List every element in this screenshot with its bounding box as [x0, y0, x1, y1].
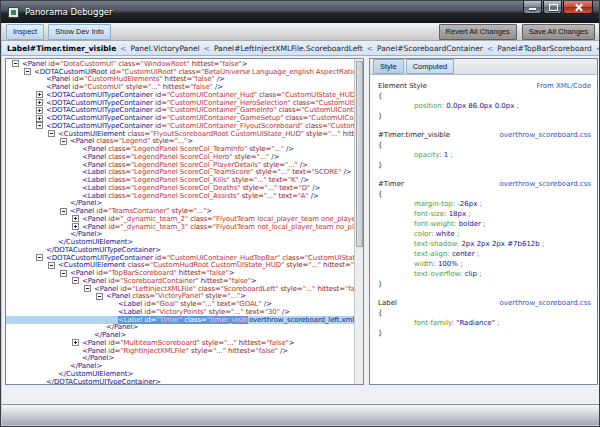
expand-icon[interactable] — [72, 215, 79, 222]
tab-style[interactable]: Style — [373, 59, 404, 74]
breadcrumb-item-4[interactable]: Panel#TopBarScoreboard — [497, 44, 592, 53]
css-property[interactable]: font-family: "Radiance" ; — [378, 318, 591, 328]
titlebar[interactable]: Panorama Debugger — [1, 1, 599, 23]
css-selector: #Timer.timer_visible — [378, 130, 450, 140]
css-property[interactable]: color: white ; — [378, 229, 591, 239]
css-source-link[interactable]: overthrow_scoreboard.css — [500, 130, 591, 140]
tree-row[interactable]: <Label class="LegendPanel ScoreCol_TeamS… — [6, 169, 354, 177]
tree-row[interactable]: <Panel id="MultiteamScoreboard" style=".… — [6, 339, 354, 347]
expand-icon[interactable] — [36, 115, 43, 122]
tree-row-selected[interactable]: <Label id="Timer" class="timer_visible" … — [6, 316, 354, 324]
tree-scrollbar-thumb[interactable] — [356, 61, 363, 247]
collapse-icon[interactable] — [12, 60, 19, 67]
collapse-icon[interactable] — [96, 293, 103, 300]
css-property[interactable]: text-shadow: 2px 2px 2px #7b612b ; — [378, 239, 591, 249]
css-property[interactable]: text-overflow: clip ; — [378, 269, 591, 279]
xml-node-text: <Label class="LegendPanel ScoreCol_Death… — [82, 184, 320, 192]
tree-row[interactable]: <DOTACustomUITypeContainer id="CustomUIC… — [6, 122, 354, 130]
close-button[interactable] — [563, 1, 593, 14]
collapse-icon[interactable] — [48, 262, 55, 269]
minimize-button[interactable] — [523, 1, 542, 14]
save-all-changes-button[interactable]: Save All Changes — [522, 24, 595, 40]
xml-node-text: <Panel class="Legend" style="..."> — [70, 138, 193, 146]
xml-node-text: <Panel class="VictoryPanel" style="..."> — [106, 293, 246, 301]
tree-row[interactable]: </DOTACustomUITypeContainer> — [6, 246, 354, 254]
tree-row[interactable]: <Panel class="Legend" style="..."> — [6, 138, 354, 146]
css-source-link[interactable]: overthrow_scoreboard.css — [500, 179, 591, 189]
tree-row[interactable]: <Panel id="TeamsContainer" style="..."> — [6, 207, 354, 215]
tree-row[interactable]: <Panel id="_dynamic_team_3" class="Flyou… — [6, 223, 354, 231]
tree-row[interactable]: <Label id="Goal" style="..." text="GOAL"… — [6, 300, 354, 308]
tree-row[interactable]: <Label id="VictoryPoints" style="..." te… — [6, 308, 354, 316]
tree-row[interactable]: <Panel id="LeftInjectXMLFile" class="Sco… — [6, 285, 354, 293]
tree-row[interactable]: </CustomUIElement> — [6, 238, 354, 246]
breadcrumb-item-3[interactable]: Panel#ScoreboardContainer — [377, 44, 483, 53]
css-property[interactable]: opacity: 1 ; — [378, 150, 591, 160]
collapse-icon[interactable] — [36, 254, 43, 261]
collapse-icon[interactable] — [60, 208, 67, 215]
tree-row[interactable]: </Panel> — [6, 331, 354, 339]
tree-row[interactable]: <DOTACustomUITypeContainer id="CustomUIC… — [6, 254, 354, 262]
css-property[interactable]: text-align: center ; — [378, 249, 591, 259]
css-property[interactable]: margin-top: -26px ; — [378, 199, 591, 209]
collapse-icon[interactable] — [60, 138, 67, 145]
xml-node-text: <Panel class="LegendPanel ScoreCol_Playe… — [82, 161, 308, 169]
tree-scrollbar[interactable] — [354, 59, 363, 384]
breadcrumb-item-2[interactable]: Panel#LeftInjectXMLFile.ScoreboardLeft — [214, 44, 363, 53]
tree-row[interactable]: <DOTACustomUITypeContainer id="CustomUIC… — [6, 107, 354, 115]
collapse-icon[interactable] — [84, 285, 91, 292]
tree-row[interactable]: <Panel class="LegendPanel ScoreCol_TeamI… — [6, 145, 354, 153]
tree-row[interactable]: <Panel id="TopBarScoreboard" hittest="fa… — [6, 269, 354, 277]
tree-row[interactable]: <Panel id="DotaCustomUI" class="WindowRo… — [6, 60, 354, 68]
tree-row[interactable]: <Panel id="RightInjectXMLFile" style="..… — [6, 347, 354, 355]
expand-icon[interactable] — [36, 99, 43, 106]
css-source-link[interactable]: overthrow_scoreboard.css — [500, 298, 591, 308]
tree-row[interactable]: </CustomUIElement> — [6, 370, 354, 378]
expand-icon[interactable] — [36, 107, 43, 114]
expand-icon[interactable] — [72, 339, 79, 346]
tree-row[interactable]: </Panel> — [6, 231, 354, 239]
tree-row[interactable]: </Panel> — [6, 355, 354, 363]
show-dev-info-button[interactable]: Show Dev Info — [48, 24, 111, 40]
tree-row[interactable]: </Panel> — [6, 324, 354, 332]
tree-row[interactable]: <Label class="LegendPanel ScoreCol_Kills… — [6, 176, 354, 184]
css-source-link[interactable]: From XML/Code — [536, 81, 591, 91]
tree-row[interactable]: </Panel> — [6, 362, 354, 370]
tree-row[interactable]: <DOTACustomUITypeContainer id="CustomUIC… — [6, 91, 354, 99]
revert-all-changes-button[interactable]: Revert All Changes — [439, 24, 517, 40]
tree-row[interactable]: <DOTACustomUITypeContainer id="CustomUIC… — [6, 114, 354, 122]
tree-row[interactable]: <Panel class="LegendPanel ScoreCol_Playe… — [6, 161, 354, 169]
tree-row[interactable]: </Panel> — [6, 200, 354, 208]
tree-row[interactable]: </DOTACustomUITypeContainer> — [6, 378, 354, 384]
breadcrumb-item-0[interactable]: Label#Timer.timer_visible — [7, 44, 116, 53]
breadcrumb-item-1[interactable]: Panel.VictoryPanel — [131, 44, 200, 53]
css-property[interactable]: position: 0.0px 86.0px 0.0px ; — [378, 101, 591, 111]
tree-row[interactable]: <Panel class="VictoryPanel" style="..."> — [6, 293, 354, 301]
css-property[interactable]: width: 100% ; — [378, 259, 591, 269]
tree-row[interactable]: <Panel id="_dynamic_team_2" class="Flyou… — [6, 215, 354, 223]
expand-icon[interactable] — [36, 91, 43, 98]
tree-row[interactable]: <CustomUIElement class="FlyoutScoreboard… — [6, 130, 354, 138]
tree-row[interactable]: <DOTACustomUIRoot id="CustomUIRoot" clas… — [6, 68, 354, 76]
inspect-button[interactable]: Inspect — [6, 24, 44, 40]
collapse-icon[interactable] — [48, 130, 55, 137]
maximize-button[interactable] — [543, 1, 562, 14]
tree-row[interactable]: <Panel id="CustomUI" style="..." hittest… — [6, 83, 354, 91]
collapse-icon[interactable] — [60, 270, 67, 277]
tree-row[interactable]: <Panel class="LegendPanel ScoreCol_Hero"… — [6, 153, 354, 161]
tree-row[interactable]: <Label class="LegendPanel ScoreCol_Death… — [6, 184, 354, 192]
css-property[interactable]: font-size: 18px ; — [378, 209, 591, 219]
collapse-icon[interactable] — [72, 277, 79, 284]
tree-row[interactable]: <Panel id="CustomHudElements" hittest="f… — [6, 76, 354, 84]
tree-row[interactable]: <Panel id="ScoreboardContainer" hittest=… — [6, 277, 354, 285]
expand-icon[interactable] — [72, 223, 79, 230]
xml-node-text: </DOTACustomUITypeContainer> — [46, 246, 161, 254]
tree-row[interactable]: <Label class="LegendPanel ScoreCol_Assis… — [6, 192, 354, 200]
collapse-icon[interactable] — [36, 122, 43, 129]
css-property[interactable]: font-weight: bolder ; — [378, 219, 591, 229]
tree-row[interactable]: <DOTACustomUITypeContainer id="CustomUIC… — [6, 99, 354, 107]
tab-computed[interactable]: Computed — [406, 59, 455, 74]
tree-row[interactable]: <CustomUIElement class="CustomHudRoot Cu… — [6, 262, 354, 270]
collapse-icon[interactable] — [24, 68, 31, 75]
xml-tree: <Panel id="DotaCustomUI" class="WindowRo… — [6, 60, 354, 384]
